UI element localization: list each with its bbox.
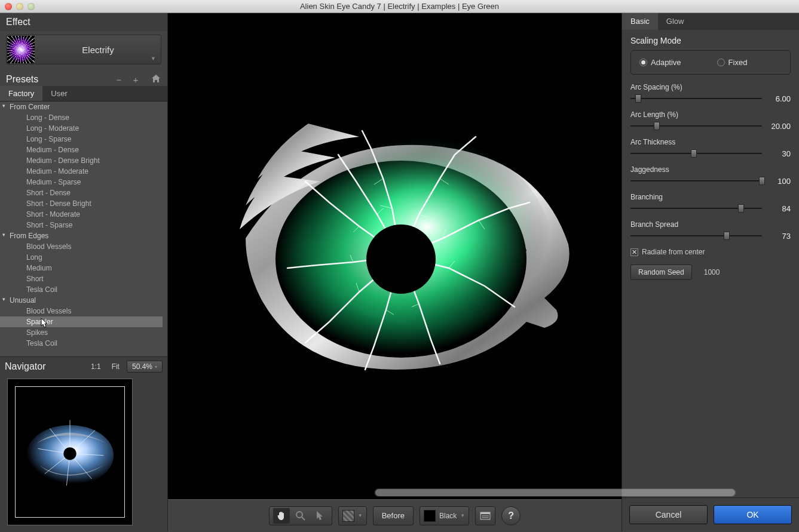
slider-arc-length[interactable] [630,121,762,131]
param-jaggedness: Jaggedness 100 [630,165,791,186]
ok-label: OK [746,510,758,519]
preset-item[interactable]: Tesla Coil [0,338,163,349]
plus-icon[interactable]: + [130,75,141,85]
preset-item[interactable]: Blood Vessels [0,241,163,252]
hand-tool[interactable] [273,508,290,524]
navigator-section: Navigator 1:1 Fit 50.4% [0,356,167,531]
checkbox-radiate[interactable]: ✕ Radiate from center [630,248,791,256]
tab-user[interactable]: User [42,86,75,101]
navigator-viewport-rect[interactable] [15,386,125,518]
zoom-value: 50.4% [132,362,152,371]
preset-item[interactable]: Long - Dense [0,112,163,123]
group-from-center[interactable]: From Center [0,102,163,112]
preset-item[interactable]: Medium - Dense Bright [0,155,163,166]
param-value[interactable]: 73 [768,232,791,241]
zoom-1to1-button[interactable]: 1:1 [87,362,105,371]
param-value[interactable]: 20.00 [768,122,791,131]
radio-adaptive[interactable]: Adaptive [639,58,681,67]
cancel-button[interactable]: Cancel [629,505,708,524]
preset-item[interactable]: Short [0,273,163,284]
preset-item[interactable]: Medium - Dense [0,144,163,155]
group-unusual[interactable]: Unusual [0,295,163,306]
zoom-select[interactable]: 50.4% [127,361,163,373]
window-title: Alien Skin Eye Candy 7 | Electrify | Exa… [0,2,799,11]
navigator-preview[interactable] [7,379,133,525]
swatch-icon [342,510,354,522]
radio-fixed[interactable]: Fixed [717,58,748,67]
pointer-tool[interactable] [311,508,328,524]
before-button[interactable]: Before [373,506,414,525]
preset-tabs: Factory User [0,86,167,102]
tab-glow[interactable]: Glow [658,13,693,30]
minus-icon[interactable]: − [114,75,124,85]
param-value[interactable]: 84 [768,204,791,213]
panel-toggle-button[interactable] [475,506,495,525]
scrollbar-thumb[interactable] [375,489,735,496]
preset-item[interactable]: Medium - Moderate [0,166,163,177]
effect-selector[interactable]: Electrify ▼ [6,35,161,64]
effect-thumbnail [7,36,35,63]
preset-item[interactable]: Short - Dense Bright [0,198,163,209]
preset-item[interactable]: Medium [0,263,163,273]
param-label: Arc Spacing (%) [630,83,791,91]
preset-item[interactable]: Long [0,252,163,263]
home-icon[interactable] [151,74,161,85]
slider-arc-thickness[interactable] [630,149,762,158]
preset-item[interactable]: Short - Sparse [0,220,163,230]
scaling-mode-group: Adaptive Fixed [630,50,791,75]
preset-item[interactable]: Blood Vessels [0,306,163,316]
slider-arc-spacing[interactable] [630,94,762,103]
checkbox-radiate-label: Radiate from center [642,248,705,256]
navigator-header-label: Navigator [5,361,84,372]
radio-adaptive-label: Adaptive [651,58,681,67]
horizontal-scrollbar[interactable] [374,488,736,497]
preset-item[interactable]: Long - Sparse [0,134,163,144]
slider-branching[interactable] [630,204,762,213]
slider-jaggedness[interactable] [630,176,762,186]
background-swatch[interactable]: Black ▼ [420,506,469,525]
preset-item[interactable]: Short - Dense [0,187,163,198]
preset-item[interactable]: Medium - Sparse [0,177,163,187]
param-value[interactable]: 6.00 [768,94,791,103]
radio-fixed-label: Fixed [728,58,748,67]
zoom-fit-button[interactable]: Fit [108,362,123,371]
preset-scroll[interactable]: From Center Long - Dense Long - Moderate… [0,102,163,356]
slider-branch-spread[interactable] [630,231,762,241]
preset-item-selected[interactable]: Sparkler [0,316,163,327]
before-label: Before [382,511,405,520]
zoom-tool[interactable] [292,508,309,524]
cancel-label: Cancel [656,510,682,519]
tab-factory[interactable]: Factory [0,86,42,101]
presets-header-label: Presets [6,74,114,85]
ok-button[interactable]: OK [714,505,792,524]
help-button[interactable]: ? [501,506,521,525]
left-panel: Effect Electrify ▼ Presets − + Factory U… [0,13,168,531]
foreground-swatch[interactable]: ▼ [338,506,367,525]
param-arc-thickness: Arc Thickness 30 [630,138,791,158]
settings-body: Scaling Mode Adaptive Fixed Arc Spacing … [622,30,799,286]
scaling-mode-title: Scaling Mode [630,36,791,45]
param-label: Arc Length (%) [630,110,791,119]
random-seed-value[interactable]: 1000 [704,268,720,276]
radio-off-icon [717,59,725,66]
random-seed-button[interactable]: Random Seed [630,265,692,280]
preset-item[interactable]: Short - Moderate [0,209,163,220]
param-label: Branch Spread [630,220,791,229]
tab-basic[interactable]: Basic [622,13,658,30]
svg-line-14 [302,517,305,520]
tool-group-navigate [269,506,332,525]
effect-name-label: Electrify [35,45,161,55]
preview-canvas[interactable] [168,13,622,499]
effect-header-label: Effect [6,17,30,27]
background-label: Black [439,512,457,520]
param-value[interactable]: 30 [768,149,791,158]
param-value[interactable]: 100 [768,177,791,186]
param-arc-length: Arc Length (%) 20.00 [630,110,791,131]
preset-item[interactable]: Long - Moderate [0,123,163,134]
title-bar: Alien Skin Eye Candy 7 | Electrify | Exa… [0,0,799,13]
preset-item[interactable]: Spikes [0,327,163,338]
preset-list: From Center Long - Dense Long - Moderate… [0,102,167,356]
preset-item[interactable]: Tesla Coil [0,284,163,295]
svg-point-13 [296,512,302,518]
group-from-edges[interactable]: From Edges [0,230,163,241]
